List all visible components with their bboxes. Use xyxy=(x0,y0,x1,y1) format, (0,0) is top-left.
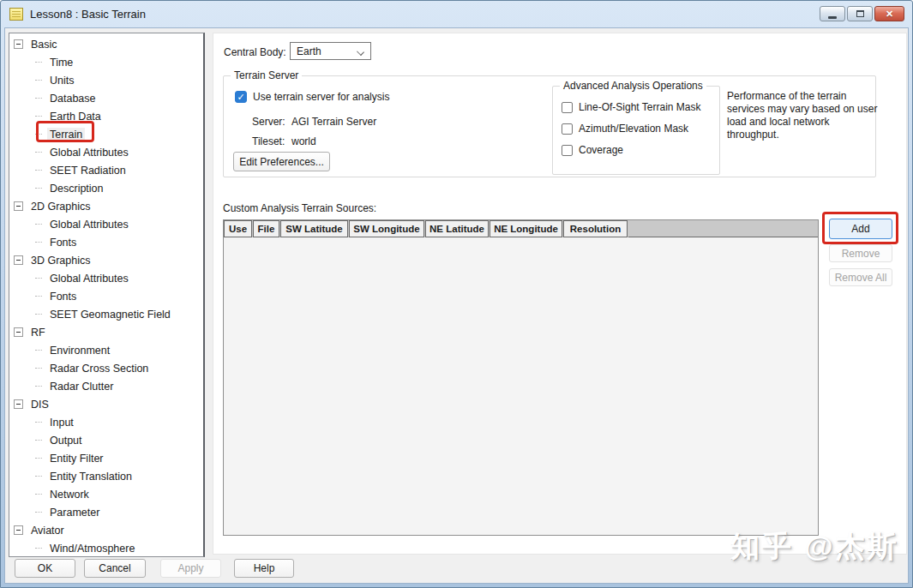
sidebar-item-radar-clutter[interactable]: Radar Clutter xyxy=(9,377,203,395)
advanced-option-coverage[interactable]: Coverage xyxy=(562,144,623,156)
coverage-checkbox[interactable] xyxy=(562,145,573,156)
sidebar-item-2d-graphics[interactable]: 2D Graphics xyxy=(9,197,203,215)
collapse-icon[interactable] xyxy=(14,525,23,535)
sidebar-item-3d-graphics[interactable]: 3D Graphics xyxy=(9,251,203,269)
scenario-note-icon xyxy=(9,8,23,21)
column-header-filler xyxy=(628,220,818,237)
custom-sources-table[interactable]: UseFileSW LatitudeSW LongitudeNE Latitud… xyxy=(223,219,819,536)
sidebar-item-label: Earth Data xyxy=(47,110,104,123)
sidebar-item-label: Units xyxy=(47,74,76,87)
cancel-button[interactable]: Cancel xyxy=(84,559,146,578)
column-header-resolution[interactable]: Resolution xyxy=(563,220,628,237)
minimize-button[interactable] xyxy=(820,6,845,21)
sidebar-item-label: SEET Geomagnetic Field xyxy=(47,308,173,321)
use-terrain-server-checkbox[interactable]: ✓ xyxy=(235,91,247,103)
sidebar-item-environment[interactable]: Environment xyxy=(9,341,203,359)
sidebar-item-label: RF xyxy=(28,326,48,339)
remove-button[interactable]: Remove xyxy=(829,244,892,262)
central-body-dropdown[interactable]: Earth xyxy=(290,42,371,60)
tree-connector-line xyxy=(35,242,42,243)
server-value: AGI Terrain Server xyxy=(291,116,376,128)
central-body-value: Earth xyxy=(297,45,321,57)
column-header-file[interactable]: File xyxy=(253,220,279,237)
titlebar[interactable]: Lesson8 : Basic Terrain ✕ xyxy=(1,1,912,27)
maximize-button[interactable] xyxy=(847,6,873,21)
sidebar-item-label: Parameter xyxy=(47,506,102,519)
tree-connector-line xyxy=(35,476,42,477)
sidebar-item-wind-atmosphere[interactable]: Wind/Atmosphere xyxy=(9,539,203,557)
collapse-icon[interactable] xyxy=(14,399,23,409)
sidebar-item-label: Basic xyxy=(28,38,60,51)
sidebar-item-label: Fonts xyxy=(47,290,79,303)
sidebar-item-entity-translation[interactable]: Entity Translation xyxy=(9,467,203,485)
collapse-icon[interactable] xyxy=(14,327,23,337)
column-header-ne-longitude[interactable]: NE Longitude xyxy=(490,220,562,237)
sidebar-item-radar-cross-section[interactable]: Radar Cross Section xyxy=(9,359,203,377)
close-button[interactable]: ✕ xyxy=(874,6,904,21)
tree-connector-line xyxy=(35,62,42,63)
central-body-label: Central Body: xyxy=(224,46,286,58)
column-header-use[interactable]: Use xyxy=(224,220,252,237)
sidebar-item-network[interactable]: Network xyxy=(9,485,203,503)
advanced-analysis-group: Advanced Analysis Operations Line-Of-Sig… xyxy=(552,86,720,175)
sidebar-item-input[interactable]: Input xyxy=(9,413,203,431)
sidebar-item-label: Environment xyxy=(47,344,112,357)
sidebar-item-database[interactable]: Database xyxy=(9,89,203,107)
sidebar-item-label: Network xyxy=(47,488,92,501)
help-button[interactable]: Help xyxy=(234,559,294,578)
performance-note: Performance of the terrain services may … xyxy=(727,90,878,141)
sidebar-item-label: Wind/Atmosphere xyxy=(47,542,137,555)
sidebar-item-description[interactable]: Description xyxy=(9,179,203,197)
apply-button[interactable]: Apply xyxy=(160,559,221,578)
sidebar-item-label: SEET Radiation xyxy=(47,164,129,177)
sidebar-item-dis[interactable]: DIS xyxy=(9,395,203,413)
sidebar-item-global-attributes[interactable]: Global Attributes xyxy=(9,269,203,287)
sidebar-item-aviator[interactable]: Aviator xyxy=(9,521,203,539)
sidebar-item-basic[interactable]: Basic xyxy=(9,35,203,53)
sidebar-item-terrain[interactable]: Terrain xyxy=(9,125,203,143)
tree-connector-line xyxy=(35,350,42,351)
sidebar-item-earth-data[interactable]: Earth Data xyxy=(9,107,203,125)
sidebar-item-entity-filter[interactable]: Entity Filter xyxy=(9,449,203,467)
remove-all-button[interactable]: Remove All xyxy=(829,268,892,286)
tree-connector-line xyxy=(35,458,42,459)
sidebar-item-time[interactable]: Time xyxy=(9,53,203,71)
tree-connector-line xyxy=(35,80,42,81)
advanced-option-line-of-sight-terrain-mask[interactable]: Line-Of-Sight Terrain Mask xyxy=(562,101,701,113)
advanced-option-azimuth-elevation-mask[interactable]: Azimuth/Elevation Mask xyxy=(562,123,688,135)
column-header-ne-latitude[interactable]: NE Latitude xyxy=(425,220,489,237)
sidebar-item-label: 2D Graphics xyxy=(28,200,93,213)
panel-splitter[interactable] xyxy=(206,33,208,557)
sidebar-item-rf[interactable]: RF xyxy=(9,323,203,341)
terrain-server-group-title: Terrain Server xyxy=(231,69,302,81)
tree-connector-line xyxy=(35,170,42,171)
sidebar-item-fonts[interactable]: Fonts xyxy=(9,287,203,305)
azimuth-elevation-mask-checkbox[interactable] xyxy=(562,123,573,135)
edit-preferences-button[interactable]: Edit Preferences... xyxy=(233,152,330,171)
line-of-sight-terrain-mask-checkbox[interactable] xyxy=(562,102,573,113)
tileset-label: Tileset: xyxy=(252,135,285,147)
sidebar-item-label: DIS xyxy=(28,398,51,411)
tree-connector-line xyxy=(35,314,42,315)
use-terrain-server-label: Use terrain server for analysis xyxy=(253,91,389,103)
column-header-sw-latitude[interactable]: SW Latitude xyxy=(280,220,348,237)
collapse-icon[interactable] xyxy=(14,255,23,265)
sidebar-item-units[interactable]: Units xyxy=(9,71,203,89)
tree-connector-line xyxy=(35,224,42,225)
ok-button[interactable]: OK xyxy=(15,559,75,578)
sidebar-item-global-attributes[interactable]: Global Attributes xyxy=(9,215,203,233)
collapse-icon[interactable] xyxy=(14,201,23,211)
column-header-sw-longitude[interactable]: SW Longitude xyxy=(349,220,424,237)
add-button[interactable]: Add xyxy=(829,219,892,239)
stk-properties-window: Lesson8 : Basic Terrain ✕ BasicTimeUnits… xyxy=(0,0,913,588)
sidebar-item-label: Output xyxy=(47,434,85,447)
sidebar-item-label: Radar Cross Section xyxy=(47,362,151,375)
sidebar-item-seet-radiation[interactable]: SEET Radiation xyxy=(9,161,203,179)
sidebar-item-label: Entity Translation xyxy=(47,470,135,483)
sidebar-item-output[interactable]: Output xyxy=(9,431,203,449)
sidebar-item-seet-geomagnetic-field[interactable]: SEET Geomagnetic Field xyxy=(9,305,203,323)
collapse-icon[interactable] xyxy=(14,39,23,49)
sidebar-item-fonts[interactable]: Fonts xyxy=(9,233,203,251)
sidebar-item-global-attributes[interactable]: Global Attributes xyxy=(9,143,203,161)
sidebar-item-parameter[interactable]: Parameter xyxy=(9,503,203,521)
